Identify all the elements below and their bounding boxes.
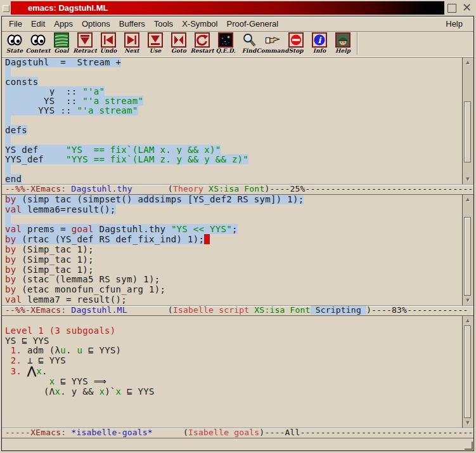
code-segment: x (49, 376, 55, 386)
code-line[interactable]: 2. ⊥ ⊑ YYS (5, 356, 462, 366)
code-line[interactable]: by (simp_tac (simpset() addsimps [YS_def… (5, 195, 462, 205)
menu-item-help[interactable]: Help (441, 18, 467, 30)
code-segment: prems = (22, 224, 72, 234)
scroll-up-icon[interactable]: ▲ (463, 58, 473, 67)
code-line[interactable]: (Λx. y && x)`x ⊑ YYS (5, 387, 462, 397)
code-segment: )` (105, 386, 115, 397)
toolbar-button-info[interactable]: iInfo (309, 32, 330, 56)
window-menu-icon[interactable] (3, 5, 10, 12)
scroll-down-icon[interactable]: ▼ (463, 418, 473, 428)
scroll-down-icon[interactable]: ▼ (463, 174, 473, 184)
code-segment: YYS_def (5, 154, 66, 164)
code-segment: ⊑ YYS) (82, 345, 121, 355)
toolbar-button-label: Goal (55, 48, 69, 55)
buffer1-text[interactable]: Dagstuhl = Stream + consts y :: "'a" YS … (2, 58, 462, 184)
toolbar-button-context[interactable]: Context (27, 32, 49, 56)
toolbar-button-help[interactable]: Help (332, 32, 354, 56)
code-line[interactable]: by (Simp_tac 1); (5, 255, 462, 265)
toolbar-button-stop[interactable]: Stop (285, 32, 307, 56)
code-line[interactable] (5, 67, 462, 77)
scrollbar-thumb[interactable] (464, 102, 471, 162)
menu-item-file[interactable]: File (4, 18, 27, 30)
code-line[interactable]: by (etac monofun_cfun_arg 1); (5, 285, 462, 295)
maximize-button[interactable] (447, 4, 456, 13)
sb3[interactable]: ▲ ▼ (462, 316, 473, 428)
find-icon (241, 32, 257, 48)
minibuffer[interactable] (2, 438, 473, 450)
buffer3-text[interactable]: Level 1 (3 subgoals)YS ⊑ YYS 1. adm (λu.… (2, 316, 462, 428)
toolbar-button-command[interactable]: Command (262, 32, 283, 56)
code-segment: YS_def (5, 145, 66, 155)
close-icon[interactable]: ✕ (462, 1, 472, 15)
code-line[interactable]: YS_def "YS == fix`(LAM x. y && x)" (5, 145, 462, 155)
scrollbar-thumb[interactable] (464, 217, 471, 296)
code-line[interactable]: val lemma7 = result(); (5, 295, 462, 305)
code-line[interactable] (5, 215, 462, 225)
menu-item-proof-general[interactable]: Proof-General (222, 18, 283, 30)
code-line[interactable]: 1. adm (λu. u ⊑ YYS) (5, 346, 462, 356)
code-line[interactable]: val lemma6=result(); (5, 205, 462, 215)
toolbar: StateContextGoalRetractUndoNextUseGotoRe… (2, 32, 473, 58)
menu-item-edit[interactable]: Edit (27, 18, 49, 30)
code-line[interactable]: val prems = goal Dagstuhl.thy "YS << YYS… (5, 225, 462, 235)
resize-grip[interactable] (465, 442, 473, 450)
code-segment: 3. (5, 366, 22, 376)
code-segment: ; (232, 224, 238, 234)
code-line[interactable]: by (stac (lemma5 RS sym) 1); (5, 275, 462, 285)
code-line[interactable]: YS ⊑ YYS (5, 336, 462, 346)
toolbar-button-goto[interactable]: Goto (168, 32, 190, 56)
scrollbar-thumb[interactable] (464, 325, 471, 418)
toolbar-button-goal[interactable]: Goal (51, 32, 72, 56)
toolbar-button-restart[interactable]: Restart (191, 32, 213, 56)
menu-item-buffers[interactable]: Buffers (115, 18, 150, 30)
sb1[interactable]: ▲ ▼ (462, 58, 473, 184)
code-segment (5, 376, 49, 386)
code-line[interactable] (5, 116, 462, 126)
menubar: FileEditAppsOptionsBuffersToolsX-SymbolP… (2, 16, 473, 32)
code-line[interactable]: consts (5, 77, 462, 87)
code-line[interactable]: x ⊑ YYS ⟹ (5, 377, 462, 387)
script-buffer-window: by (simp_tac (simpset() addsimps [YS_def… (2, 195, 473, 305)
code-line[interactable]: y :: "'a" (5, 87, 462, 96)
code-segment: Dagstuhl = Stream + (5, 58, 121, 67)
code-line[interactable]: 3. ⋀x. (5, 366, 462, 377)
menu-item-tools[interactable]: Tools (150, 18, 177, 30)
toolbar-button-retract[interactable]: Retract (74, 32, 96, 56)
buffer2-text[interactable]: by (simp_tac (simpset() addsimps [YS_def… (2, 195, 462, 305)
code-segment: val (5, 204, 22, 214)
code-line[interactable]: by (rtac (YS_def RS def_fix_ind) 1); (5, 235, 462, 245)
toolbar-button-label: Help (335, 48, 351, 55)
toolbar-button-qed[interactable]: Q.E.D. (215, 32, 236, 56)
toolbar-button-state[interactable]: State (4, 32, 25, 56)
code-line[interactable]: Level 1 (3 subgoals) (5, 326, 462, 336)
code-line[interactable]: Dagstuhl = Stream + (5, 58, 462, 67)
menu-item-x-symbol[interactable]: X-Symbol (177, 18, 222, 30)
code-line[interactable] (5, 164, 462, 174)
modeline-segment: *isabelle-goals* (71, 428, 152, 437)
scroll-up-icon[interactable]: ▲ (463, 195, 473, 204)
scroll-down-icon[interactable]: ▼ (463, 296, 473, 305)
code-segment (5, 164, 11, 174)
code-line[interactable]: YYS_def "YYS == fix`(LAM z. y && y && z)… (5, 155, 462, 164)
menu-item-apps[interactable]: Apps (49, 18, 77, 30)
code-segment: Level 1 (3 subgoals) (5, 325, 116, 336)
code-line[interactable]: by (Simp_tac 1); (5, 265, 462, 275)
modeline-segment: --%%-XEmacs: (5, 305, 66, 315)
code-line[interactable]: defs (5, 126, 462, 135)
toolbar-button-use[interactable]: Use (145, 32, 166, 56)
toolbar-button-next[interactable]: Next (121, 32, 143, 56)
goal-icon (54, 32, 69, 48)
code-line[interactable]: by (Simp_tac 1); (5, 245, 462, 255)
toolbar-button-undo[interactable]: Undo (98, 32, 119, 56)
code-line[interactable]: end (5, 174, 462, 184)
modeline-segment: ( (153, 428, 188, 437)
code-line[interactable]: YS :: "'a stream" (5, 96, 462, 106)
scroll-up-icon[interactable]: ▲ (463, 316, 473, 325)
code-line[interactable] (5, 316, 462, 326)
menu-item-options[interactable]: Options (77, 18, 115, 30)
code-line[interactable] (5, 135, 462, 145)
code-segment: "YYS == fix`(LAM z. y && y && z)" (66, 154, 248, 164)
sb2[interactable]: ▲ ▼ (462, 195, 473, 305)
code-line[interactable]: YYS :: "'a stream" (5, 106, 462, 115)
code-segment: (Simp_tac 1); (16, 244, 93, 254)
